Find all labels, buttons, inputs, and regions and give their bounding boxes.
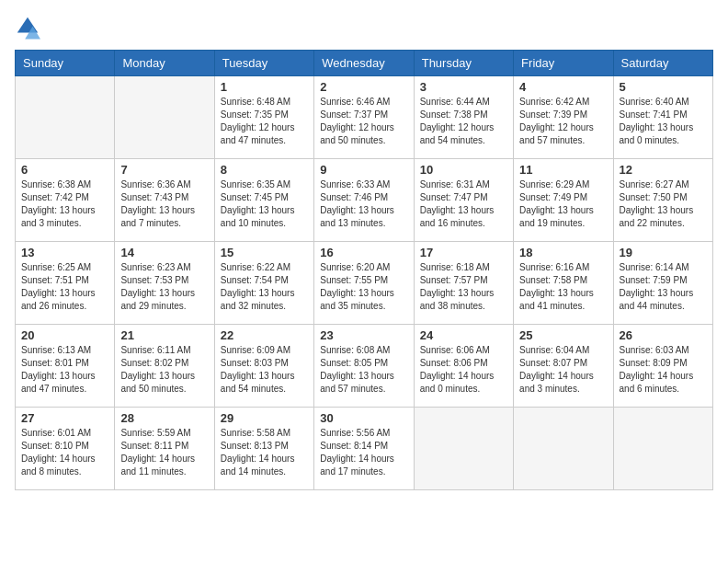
- calendar-cell: 18Sunrise: 6:16 AM Sunset: 7:58 PM Dayli…: [514, 242, 613, 325]
- calendar-cell: 6Sunrise: 6:38 AM Sunset: 7:42 PM Daylig…: [16, 159, 115, 242]
- day-number: 30: [320, 411, 407, 425]
- day-number: 19: [620, 246, 707, 259]
- day-info: Sunrise: 6:48 AM Sunset: 7:35 PM Dayligh…: [221, 96, 308, 147]
- calendar-cell: 11Sunrise: 6:29 AM Sunset: 7:49 PM Dayli…: [514, 159, 613, 242]
- day-number: 21: [120, 328, 208, 342]
- day-info: Sunrise: 6:13 AM Sunset: 8:01 PM Dayligh…: [21, 344, 108, 396]
- day-number: 16: [320, 246, 407, 259]
- calendar-cell: 9Sunrise: 6:33 AM Sunset: 7:46 PM Daylig…: [314, 159, 414, 242]
- calendar-week-row: 13Sunrise: 6:25 AM Sunset: 7:51 PM Dayli…: [16, 242, 713, 325]
- day-number: 15: [221, 246, 308, 259]
- calendar-cell: 12Sunrise: 6:27 AM Sunset: 7:50 PM Dayli…: [613, 159, 712, 242]
- calendar-cell: 24Sunrise: 6:06 AM Sunset: 8:06 PM Dayli…: [414, 325, 513, 408]
- calendar-cell: 8Sunrise: 6:35 AM Sunset: 7:45 PM Daylig…: [214, 159, 313, 242]
- calendar-cell: 4Sunrise: 6:42 AM Sunset: 7:39 PM Daylig…: [514, 76, 613, 159]
- weekday-header-saturday: Saturday: [613, 51, 712, 76]
- calendar-cell: 10Sunrise: 6:31 AM Sunset: 7:47 PM Dayli…: [414, 159, 513, 242]
- header: [15, 15, 713, 40]
- calendar-cell: [414, 408, 513, 490]
- day-info: Sunrise: 6:46 AM Sunset: 7:37 PM Dayligh…: [320, 96, 407, 147]
- day-number: 20: [21, 328, 108, 342]
- day-info: Sunrise: 6:22 AM Sunset: 7:54 PM Dayligh…: [221, 261, 308, 313]
- calendar-cell: [514, 408, 613, 490]
- day-info: Sunrise: 6:04 AM Sunset: 8:07 PM Dayligh…: [519, 344, 607, 396]
- calendar-cell: 17Sunrise: 6:18 AM Sunset: 7:57 PM Dayli…: [414, 242, 513, 325]
- calendar-table: SundayMondayTuesdayWednesdayThursdayFrid…: [15, 50, 713, 490]
- calendar-cell: 7Sunrise: 6:36 AM Sunset: 7:43 PM Daylig…: [115, 159, 214, 242]
- day-number: 10: [420, 163, 507, 177]
- day-number: 8: [221, 163, 308, 177]
- day-info: Sunrise: 6:27 AM Sunset: 7:50 PM Dayligh…: [620, 178, 707, 230]
- day-number: 12: [620, 163, 707, 177]
- calendar-cell: 15Sunrise: 6:22 AM Sunset: 7:54 PM Dayli…: [214, 242, 313, 325]
- day-info: Sunrise: 6:31 AM Sunset: 7:47 PM Dayligh…: [420, 178, 507, 230]
- day-info: Sunrise: 5:59 AM Sunset: 8:11 PM Dayligh…: [120, 427, 208, 478]
- calendar-week-row: 6Sunrise: 6:38 AM Sunset: 7:42 PM Daylig…: [16, 159, 713, 242]
- calendar-cell: 14Sunrise: 6:23 AM Sunset: 7:53 PM Dayli…: [115, 242, 214, 325]
- logo-icon: [15, 15, 40, 40]
- day-info: Sunrise: 6:23 AM Sunset: 7:53 PM Dayligh…: [120, 261, 208, 313]
- day-info: Sunrise: 6:33 AM Sunset: 7:46 PM Dayligh…: [320, 178, 407, 230]
- calendar-cell: 21Sunrise: 6:11 AM Sunset: 8:02 PM Dayli…: [115, 325, 214, 408]
- calendar-cell: 23Sunrise: 6:08 AM Sunset: 8:05 PM Dayli…: [314, 325, 414, 408]
- day-info: Sunrise: 6:08 AM Sunset: 8:05 PM Dayligh…: [320, 344, 407, 396]
- day-number: 27: [21, 411, 108, 425]
- calendar-week-row: 27Sunrise: 6:01 AM Sunset: 8:10 PM Dayli…: [16, 408, 713, 490]
- day-info: Sunrise: 5:56 AM Sunset: 8:14 PM Dayligh…: [320, 427, 407, 478]
- day-info: Sunrise: 6:36 AM Sunset: 7:43 PM Dayligh…: [120, 178, 208, 230]
- day-number: 6: [21, 163, 108, 177]
- day-number: 24: [420, 328, 507, 342]
- day-number: 11: [519, 163, 607, 177]
- day-number: 2: [320, 80, 407, 94]
- day-info: Sunrise: 6:01 AM Sunset: 8:10 PM Dayligh…: [21, 427, 108, 478]
- weekday-header-sunday: Sunday: [16, 51, 115, 76]
- day-info: Sunrise: 6:06 AM Sunset: 8:06 PM Dayligh…: [420, 344, 507, 396]
- calendar-cell: [115, 76, 214, 159]
- day-number: 5: [620, 80, 707, 94]
- day-number: 9: [320, 163, 407, 177]
- day-number: 4: [519, 80, 607, 94]
- weekday-header-row: SundayMondayTuesdayWednesdayThursdayFrid…: [16, 51, 713, 76]
- calendar-cell: 27Sunrise: 6:01 AM Sunset: 8:10 PM Dayli…: [16, 408, 115, 490]
- day-info: Sunrise: 6:03 AM Sunset: 8:09 PM Dayligh…: [620, 344, 707, 396]
- day-info: Sunrise: 6:18 AM Sunset: 7:57 PM Dayligh…: [420, 261, 507, 313]
- calendar-cell: 25Sunrise: 6:04 AM Sunset: 8:07 PM Dayli…: [514, 325, 613, 408]
- day-number: 14: [120, 246, 208, 259]
- day-number: 25: [519, 328, 607, 342]
- day-info: Sunrise: 6:25 AM Sunset: 7:51 PM Dayligh…: [21, 261, 108, 313]
- calendar-cell: 22Sunrise: 6:09 AM Sunset: 8:03 PM Dayli…: [214, 325, 313, 408]
- calendar-cell: 29Sunrise: 5:58 AM Sunset: 8:13 PM Dayli…: [214, 408, 313, 490]
- day-info: Sunrise: 6:16 AM Sunset: 7:58 PM Dayligh…: [519, 261, 607, 313]
- day-number: 22: [221, 328, 308, 342]
- day-info: Sunrise: 6:09 AM Sunset: 8:03 PM Dayligh…: [221, 344, 308, 396]
- day-info: Sunrise: 6:20 AM Sunset: 7:55 PM Dayligh…: [320, 261, 407, 313]
- day-info: Sunrise: 6:40 AM Sunset: 7:41 PM Dayligh…: [620, 96, 707, 147]
- calendar-cell: 26Sunrise: 6:03 AM Sunset: 8:09 PM Dayli…: [613, 325, 712, 408]
- day-info: Sunrise: 6:42 AM Sunset: 7:39 PM Dayligh…: [519, 96, 607, 147]
- day-number: 13: [21, 246, 108, 259]
- calendar-cell: 30Sunrise: 5:56 AM Sunset: 8:14 PM Dayli…: [314, 408, 414, 490]
- calendar-cell: 1Sunrise: 6:48 AM Sunset: 7:35 PM Daylig…: [214, 76, 313, 159]
- day-number: 3: [420, 80, 507, 94]
- weekday-header-thursday: Thursday: [414, 51, 513, 76]
- day-number: 28: [120, 411, 208, 425]
- calendar-cell: [613, 408, 712, 490]
- weekday-header-monday: Monday: [115, 51, 214, 76]
- weekday-header-friday: Friday: [514, 51, 613, 76]
- calendar-cell: 13Sunrise: 6:25 AM Sunset: 7:51 PM Dayli…: [16, 242, 115, 325]
- day-info: Sunrise: 6:38 AM Sunset: 7:42 PM Dayligh…: [21, 178, 108, 230]
- calendar-cell: 2Sunrise: 6:46 AM Sunset: 7:37 PM Daylig…: [314, 76, 414, 159]
- day-number: 29: [221, 411, 308, 425]
- day-info: Sunrise: 6:11 AM Sunset: 8:02 PM Dayligh…: [120, 344, 208, 396]
- calendar-cell: 5Sunrise: 6:40 AM Sunset: 7:41 PM Daylig…: [613, 76, 712, 159]
- day-info: Sunrise: 5:58 AM Sunset: 8:13 PM Dayligh…: [221, 427, 308, 478]
- calendar-cell: 20Sunrise: 6:13 AM Sunset: 8:01 PM Dayli…: [16, 325, 115, 408]
- day-number: 17: [420, 246, 507, 259]
- day-number: 18: [519, 246, 607, 259]
- day-number: 23: [320, 328, 407, 342]
- day-info: Sunrise: 6:14 AM Sunset: 7:59 PM Dayligh…: [620, 261, 707, 313]
- calendar-cell: 16Sunrise: 6:20 AM Sunset: 7:55 PM Dayli…: [314, 242, 414, 325]
- calendar-week-row: 20Sunrise: 6:13 AM Sunset: 8:01 PM Dayli…: [16, 325, 713, 408]
- calendar-cell: 28Sunrise: 5:59 AM Sunset: 8:11 PM Dayli…: [115, 408, 214, 490]
- calendar-cell: 19Sunrise: 6:14 AM Sunset: 7:59 PM Dayli…: [613, 242, 712, 325]
